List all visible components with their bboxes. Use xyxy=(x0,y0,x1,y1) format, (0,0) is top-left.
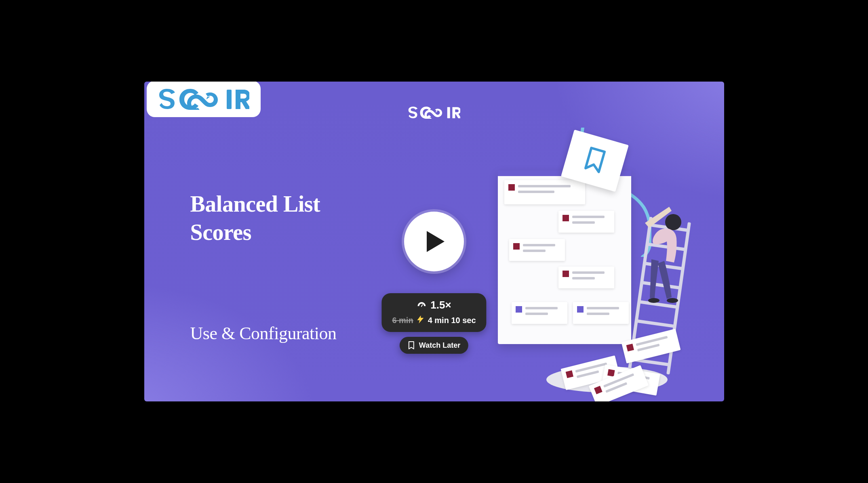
illustration-board xyxy=(498,170,631,344)
video-subtitle: Use & Configuration xyxy=(190,323,337,344)
play-button[interactable] xyxy=(404,212,464,271)
thumbnail-illustration xyxy=(498,130,672,388)
playback-speed-pill[interactable]: 1.5× 6 min 4 min 10 sec xyxy=(381,293,486,332)
video-player-stage: Balanced List Scores Use & Configuration xyxy=(139,78,729,405)
svg-point-2 xyxy=(665,214,681,230)
video-title: Balanced List Scores xyxy=(190,190,320,246)
play-icon xyxy=(426,230,445,253)
watch-later-label: Watch Later xyxy=(419,341,460,350)
video-title-line2: Scores xyxy=(190,218,320,246)
scoir-logo-small-icon xyxy=(408,107,460,119)
bookmark-outline-icon xyxy=(408,341,415,350)
speedometer-icon xyxy=(417,300,426,310)
video-title-line1: Balanced List xyxy=(190,190,320,218)
illustration-person-icon xyxy=(633,207,689,336)
svg-rect-5 xyxy=(421,304,423,307)
playback-speed-value: 1.5× xyxy=(430,299,451,311)
scoir-logo-icon xyxy=(158,89,249,110)
scoir-logo-badge xyxy=(147,82,261,117)
svg-rect-0 xyxy=(227,90,232,109)
thumbnail-header-logo xyxy=(408,107,460,119)
svg-rect-1 xyxy=(447,107,450,118)
effective-duration: 4 min 10 sec xyxy=(428,316,476,325)
video-thumbnail[interactable]: Balanced List Scores Use & Configuration xyxy=(144,82,724,401)
lightning-icon xyxy=(417,315,424,326)
svg-point-3 xyxy=(648,298,659,303)
watch-later-button[interactable]: Watch Later xyxy=(400,337,468,354)
svg-point-4 xyxy=(667,298,678,303)
bookmark-icon xyxy=(581,145,609,176)
original-duration: 6 min xyxy=(392,316,413,325)
